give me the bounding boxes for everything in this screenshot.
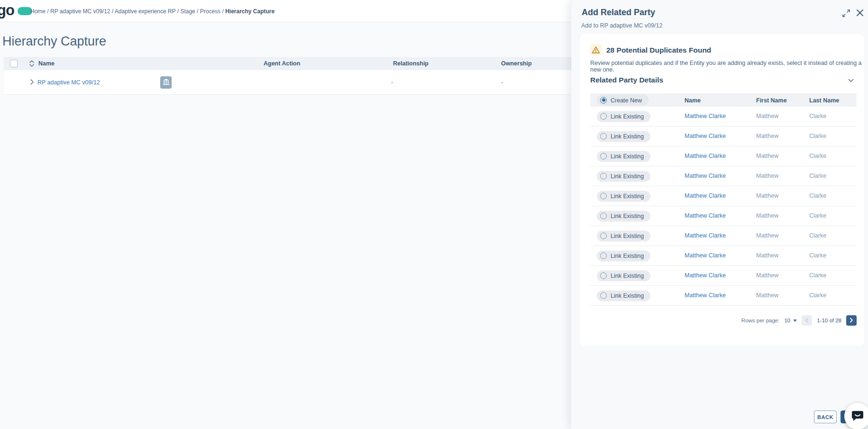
expand-icon <box>842 12 850 19</box>
radio-unselected-icon <box>600 292 607 299</box>
link-existing-option[interactable]: Link Existing <box>597 191 650 201</box>
breadcrumb-current: Hierarchy Capture <box>225 8 274 15</box>
radio-unselected-icon <box>600 153 607 160</box>
column-header-name[interactable]: Name <box>38 60 55 67</box>
link-existing-label: Link Existing <box>611 292 644 299</box>
duplicate-last-name: Clarke <box>809 153 826 159</box>
close-icon <box>856 11 864 18</box>
radio-unselected-icon <box>600 133 607 140</box>
duplicate-name-link[interactable]: Matthew Clarke <box>685 113 726 119</box>
link-existing-label: Link Existing <box>611 133 644 140</box>
duplicate-first-name: Matthew <box>756 212 778 219</box>
duplicate-name-link[interactable]: Matthew Clarke <box>685 232 726 239</box>
app-logo[interactable]: go <box>0 2 14 19</box>
dup-column-first-name: First Name <box>756 97 787 104</box>
chevron-left-icon <box>805 317 809 324</box>
duplicate-name-link[interactable]: Matthew Clarke <box>685 173 726 179</box>
rows-per-page-value: 10 <box>784 318 790 323</box>
duplicate-name-link[interactable]: Matthew Clarke <box>685 212 726 219</box>
radio-unselected-icon <box>600 113 607 120</box>
bank-icon <box>163 78 170 87</box>
expand-row-chevron-icon[interactable] <box>29 79 34 87</box>
link-existing-option[interactable]: Link Existing <box>597 151 650 162</box>
chat-widget-button[interactable] <box>844 403 868 429</box>
link-existing-label: Link Existing <box>611 233 644 239</box>
duplicate-first-name: Matthew <box>756 252 778 259</box>
duplicate-row: Link Existing Matthew Clarke Matthew Cla… <box>590 146 857 166</box>
duplicate-name-link[interactable]: Matthew Clarke <box>685 192 726 199</box>
collapse-section-button[interactable] <box>848 77 854 84</box>
dup-column-name: Name <box>685 97 701 104</box>
panel-title: Add Related Party <box>582 8 655 18</box>
page-title: Hierarchy Capture <box>2 34 106 49</box>
duplicate-name-link[interactable]: Matthew Clarke <box>685 272 726 279</box>
link-existing-label: Link Existing <box>611 193 644 200</box>
link-existing-label: Link Existing <box>611 213 644 219</box>
related-party-details-title: Related Party Details <box>590 76 663 84</box>
duplicate-last-name: Clarke <box>809 133 826 139</box>
duplicate-last-name: Clarke <box>809 192 826 199</box>
pagination-range: 1-10 of 28 <box>817 318 841 323</box>
chat-bubble-icon <box>851 410 864 423</box>
link-existing-label: Link Existing <box>611 173 644 180</box>
radio-selected-icon <box>600 97 607 103</box>
agent-action-button[interactable] <box>160 76 172 89</box>
duplicate-last-name: Clarke <box>809 292 826 299</box>
duplicates-card: 28 Potential Duplicates Found Review pot… <box>580 34 864 346</box>
link-existing-option[interactable]: Link Existing <box>597 131 650 142</box>
duplicate-last-name: Clarke <box>809 272 826 279</box>
duplicate-name-link[interactable]: Matthew Clarke <box>685 153 726 159</box>
close-panel-button[interactable] <box>855 8 865 18</box>
previous-page-button[interactable] <box>802 315 812 326</box>
duplicate-row: Link Existing Matthew Clarke Matthew Cla… <box>590 107 857 127</box>
link-existing-option[interactable]: Link Existing <box>597 270 650 281</box>
pagination-bar: Rows per page: 10 1-10 of 28 <box>741 315 857 326</box>
link-existing-option[interactable]: Link Existing <box>597 111 650 122</box>
duplicate-first-name: Matthew <box>756 232 778 239</box>
chevron-down-icon <box>848 77 854 84</box>
duplicate-last-name: Clarke <box>809 212 826 219</box>
create-new-label: Create New <box>611 97 642 103</box>
column-header-agent-action: Agent Action <box>264 60 300 67</box>
back-button[interactable]: BACK <box>814 411 837 423</box>
radio-unselected-icon <box>600 273 607 279</box>
entity-name-link[interactable]: RP adaptive MC v09/12 <box>37 79 100 86</box>
rows-per-page-select[interactable]: 10 <box>784 318 797 323</box>
link-existing-label: Link Existing <box>611 113 644 120</box>
duplicate-name-link[interactable]: Matthew Clarke <box>685 252 726 259</box>
duplicate-first-name: Matthew <box>756 272 778 279</box>
panel-subtitle: Add to RP adaptive MC v09/12 <box>581 22 662 29</box>
radio-unselected-icon <box>600 253 607 259</box>
duplicate-first-name: Matthew <box>756 133 778 139</box>
duplicate-last-name: Clarke <box>809 232 826 239</box>
sort-icon[interactable] <box>28 60 35 69</box>
breadcrumb-trail[interactable]: Home / RP adaptive MC v09/12 / Adaptive … <box>30 8 224 15</box>
expand-panel-button[interactable] <box>841 9 851 18</box>
link-existing-option[interactable]: Link Existing <box>597 171 650 182</box>
duplicates-table-header: Create New Name First Name Last Name <box>590 93 857 107</box>
duplicate-row: Link Existing Matthew Clarke Matthew Cla… <box>590 266 857 286</box>
link-existing-option[interactable]: Link Existing <box>597 250 650 261</box>
radio-unselected-icon <box>600 193 607 200</box>
duplicates-table: Create New Name First Name Last Name Lin… <box>590 93 857 306</box>
duplicate-row: Link Existing Matthew Clarke Matthew Cla… <box>590 246 857 266</box>
breadcrumb[interactable]: Home / RP adaptive MC v09/12 / Adaptive … <box>30 8 274 15</box>
next-page-button[interactable] <box>846 315 857 326</box>
link-existing-option[interactable]: Link Existing <box>597 290 650 301</box>
radio-unselected-icon <box>600 233 607 239</box>
select-all-checkbox[interactable] <box>10 60 18 67</box>
create-new-option[interactable]: Create New <box>597 95 649 106</box>
duplicates-description: Review potential duplicates and if the E… <box>590 60 864 73</box>
duplicate-name-link[interactable]: Matthew Clarke <box>685 292 726 299</box>
radio-unselected-icon <box>600 173 607 180</box>
warning-triangle-icon <box>590 44 602 55</box>
duplicate-last-name: Clarke <box>809 252 826 259</box>
caret-down-icon <box>793 319 797 322</box>
duplicate-first-name: Matthew <box>756 113 778 119</box>
link-existing-option[interactable]: Link Existing <box>597 210 650 221</box>
link-existing-option[interactable]: Link Existing <box>597 230 650 241</box>
duplicate-row: Link Existing Matthew Clarke Matthew Cla… <box>590 286 857 306</box>
link-existing-label: Link Existing <box>611 253 644 259</box>
duplicate-row: Link Existing Matthew Clarke Matthew Cla… <box>590 186 857 206</box>
duplicate-name-link[interactable]: Matthew Clarke <box>685 133 726 139</box>
